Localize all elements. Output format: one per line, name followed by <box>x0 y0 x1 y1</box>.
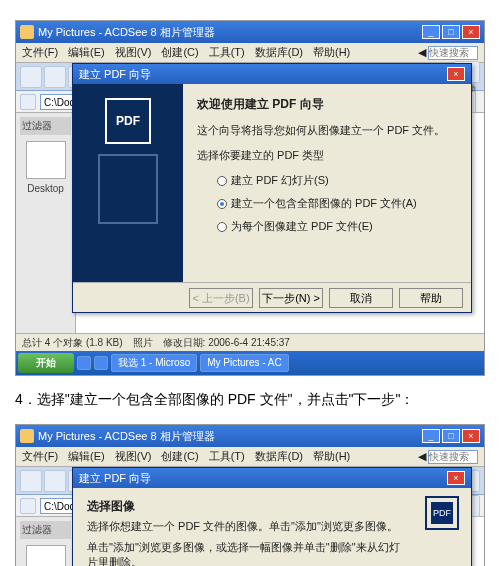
app-body: 过滤器 Desktop 建立 PDF 向导 × PDF 选择图像 选择你想建立一… <box>16 517 484 566</box>
cancel-button[interactable]: 取消 <box>329 288 393 308</box>
tool-back-icon[interactable] <box>20 66 42 88</box>
sidebar: 过滤器 Desktop <box>16 113 76 333</box>
dialog-buttons: < 上一步(B) 下一步(N) > 取消 帮助 <box>73 282 471 312</box>
next-button[interactable]: 下一步(N) > <box>259 288 323 308</box>
app-title: My Pictures - ACDSee 8 相片管理器 <box>38 429 215 444</box>
main-area: 建立 PDF 向导 × PDF 选择图像 选择你想建立一个 PDF 文件的图像。… <box>76 517 484 566</box>
dialog-banner: PDF <box>73 84 183 282</box>
dialog-titlebar: 建立 PDF 向导 × <box>73 468 471 488</box>
sidebar-header: 过滤器 <box>20 117 71 135</box>
main-area: 建立 PDF 向导 × PDF 欢迎使用建立 PDF 向导 这个向导将指导您如何… <box>76 113 484 333</box>
dialog-close-button[interactable]: × <box>447 67 465 81</box>
task-acdsee[interactable]: My Pictures - AC <box>200 354 288 372</box>
folder-icon <box>20 94 36 110</box>
menu-file[interactable]: 文件(F) <box>22 45 58 60</box>
app-titlebar: My Pictures - ACDSee 8 相片管理器 _ □ × <box>16 21 484 43</box>
thumb-label: Desktop <box>20 183 71 194</box>
menu-view[interactable]: 视图(V) <box>115 45 152 60</box>
dialog-heading: 选择图像 <box>87 498 457 515</box>
radio-icon <box>217 176 227 186</box>
maximize-button[interactable]: □ <box>442 25 460 39</box>
folder-icon <box>20 498 36 514</box>
radio-group: 建立 PDF 幻灯片(S) 建立一个包含全部图像的 PDF 文件(A) 为每个图… <box>217 173 457 234</box>
status-date: 修改日期: 2006-6-4 21:45:37 <box>163 336 290 349</box>
dialog-title: 建立 PDF 向导 <box>79 67 151 82</box>
menubar: 文件(F) 编辑(E) 视图(V) 创建(C) 工具(T) 数据库(D) 帮助(… <box>16 447 484 467</box>
screenshot-2: My Pictures - ACDSee 8 相片管理器 _ □ × 文件(F)… <box>15 424 485 566</box>
menubar: 文件(F) 编辑(E) 视图(V) 创建(C) 工具(T) 数据库(D) 帮助(… <box>16 43 484 63</box>
tool-fwd-icon[interactable] <box>44 66 66 88</box>
thumb-desktop[interactable] <box>26 141 66 179</box>
menu-create[interactable]: 创建(C) <box>161 45 198 60</box>
tray-icon[interactable] <box>77 356 91 370</box>
tray-icon[interactable] <box>94 356 108 370</box>
opt-all-images[interactable]: 建立一个包含全部图像的 PDF 文件(A) <box>217 196 457 211</box>
opt-slideshow[interactable]: 建立 PDF 幻灯片(S) <box>217 173 457 188</box>
dialog-hint: 单击"添加"浏览更多图像，或选择一幅图像并单击"删除"来从幻灯片里删除。 <box>87 540 407 566</box>
menu-help[interactable]: 帮助(H) <box>313 45 350 60</box>
dialog-content: 欢迎使用建立 PDF 向导 这个向导将指导您如何从图像建立一个 PDF 文件。 … <box>183 84 471 282</box>
pdf-wizard-dialog-2: 建立 PDF 向导 × PDF 选择图像 选择你想建立一个 PDF 文件的图像。… <box>72 467 472 566</box>
tool-icon[interactable] <box>44 470 66 492</box>
app-icon <box>20 429 34 443</box>
menu-edit[interactable]: 编辑(E) <box>68 45 105 60</box>
dialog-body: PDF 选择图像 选择你想建立一个 PDF 文件的图像。单击"添加"浏览更多图像… <box>73 488 471 566</box>
sidebar: 过滤器 Desktop <box>16 517 76 566</box>
status-count: 总计 4 个对象 (1.8 KB) <box>22 336 123 349</box>
statusbar: 总计 4 个对象 (1.8 KB) 照片 修改日期: 2006-6-4 21:4… <box>16 333 484 351</box>
image-icon <box>98 154 158 224</box>
thumb-desktop[interactable] <box>26 545 66 566</box>
pdf-wizard-dialog: 建立 PDF 向导 × PDF 欢迎使用建立 PDF 向导 这个向导将指导您如何… <box>72 63 472 313</box>
menu-tools[interactable]: 工具(T) <box>209 45 245 60</box>
app-icon <box>20 25 34 39</box>
search-input[interactable] <box>428 450 478 464</box>
task-word[interactable]: 我选 1 - Microso <box>111 354 197 372</box>
app-body: 过滤器 Desktop 建立 PDF 向导 × PDF 欢迎使用建立 PDF 向… <box>16 113 484 333</box>
dialog-heading: 欢迎使用建立 PDF 向导 <box>197 96 457 113</box>
dialog-close-button[interactable]: × <box>447 471 465 485</box>
menu-db[interactable]: 数据库(D) <box>255 45 303 60</box>
dialog-titlebar: 建立 PDF 向导 × <box>73 64 471 84</box>
tool-icon[interactable] <box>20 470 42 492</box>
close-button[interactable]: × <box>462 25 480 39</box>
dialog-desc: 选择你想建立一个 PDF 文件的图像。单击"添加"浏览更多图像。 <box>87 519 407 534</box>
dialog-body: PDF 欢迎使用建立 PDF 向导 这个向导将指导您如何从图像建立一个 PDF … <box>73 84 471 282</box>
taskbar: 开始 我选 1 - Microso My Pictures - AC <box>16 351 484 375</box>
step-caption: 4．选择"建立一个包含全部图像的 PDF 文件"，并点击"下一步"： <box>15 388 485 410</box>
back-button[interactable]: < 上一步(B) <box>189 288 253 308</box>
app-titlebar: My Pictures - ACDSee 8 相片管理器 _ □ × <box>16 425 484 447</box>
screenshot-1: My Pictures - ACDSee 8 相片管理器 _ □ × 文件(F)… <box>15 20 485 376</box>
app-title: My Pictures - ACDSee 8 相片管理器 <box>38 25 215 40</box>
radio-icon <box>217 222 227 232</box>
start-button[interactable]: 开始 <box>18 353 74 373</box>
status-type: 照片 <box>133 336 153 349</box>
pdf-icon: PDF <box>105 98 151 144</box>
pdf-corner-icon: PDF <box>425 496 459 530</box>
dialog-desc: 这个向导将指导您如何从图像建立一个 PDF 文件。 <box>197 123 457 138</box>
minimize-button[interactable]: _ <box>422 25 440 39</box>
help-button[interactable]: 帮助 <box>399 288 463 308</box>
dialog-prompt: 选择你要建立的 PDF 类型 <box>197 148 457 163</box>
close-button[interactable]: × <box>462 429 480 443</box>
opt-each-image[interactable]: 为每个图像建立 PDF 文件(E) <box>217 219 457 234</box>
maximize-button[interactable]: □ <box>442 429 460 443</box>
minimize-button[interactable]: _ <box>422 429 440 443</box>
radio-icon <box>217 199 227 209</box>
